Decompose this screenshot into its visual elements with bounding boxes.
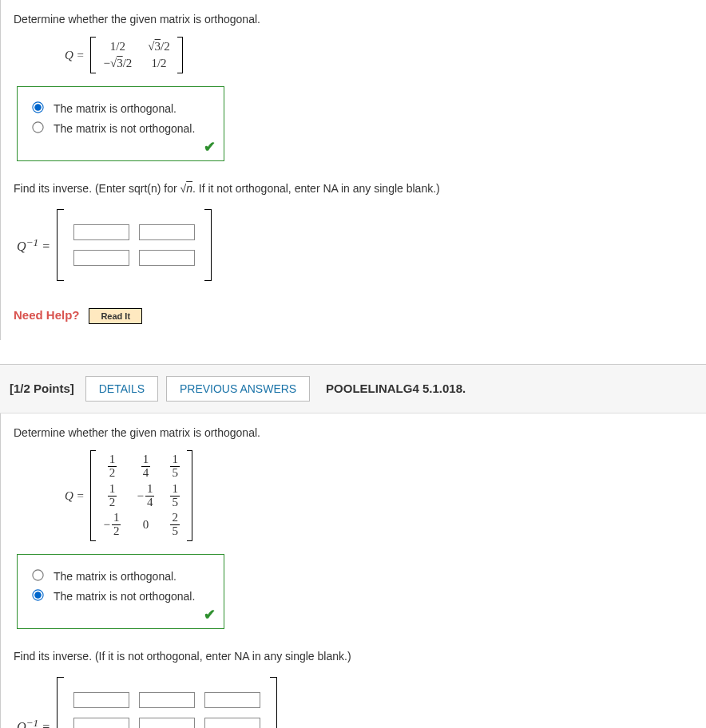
- q2-radio-not-orthogonal[interactable]: [32, 589, 43, 600]
- q2-inverse: Q−1 =: [17, 677, 706, 728]
- need-help-label: Need Help?: [14, 308, 80, 322]
- q2-m-2-0: −12: [95, 510, 129, 540]
- check-icon: ✔: [204, 138, 216, 156]
- q1-choice-b: The matrix is not orthogonal.: [54, 122, 195, 135]
- q2-choice-b: The matrix is not orthogonal.: [54, 590, 195, 603]
- question-1: Determine whether the given matrix is or…: [0, 0, 706, 340]
- q1-choice-a: The matrix is orthogonal.: [54, 102, 176, 115]
- q2-m-2-1: 0: [129, 510, 162, 540]
- question-header: [1/2 Points] DETAILS PREVIOUS ANSWERS PO…: [0, 364, 706, 413]
- q2-inv-1-2[interactable]: [204, 718, 260, 728]
- q2-sub-prompt: Find its inverse. (If it is not orthogon…: [14, 650, 706, 663]
- read-it-button[interactable]: Read It: [89, 308, 142, 324]
- q1-inv-0-1[interactable]: [139, 224, 195, 240]
- q1-m-0-0: 1/2: [95, 38, 140, 55]
- q1-matrix: Q = 1/2 √3/2 −√3/2 1/2: [65, 37, 706, 73]
- q2-m-0-1: 14: [129, 452, 162, 481]
- q2-m-0-2: 15: [162, 452, 188, 481]
- q2-m-2-2: 25: [162, 510, 188, 540]
- q1-radio-orthogonal[interactable]: [32, 101, 43, 113]
- q1-inverse: Q−1 =: [17, 209, 706, 281]
- previous-answers-button[interactable]: PREVIOUS ANSWERS: [166, 376, 310, 402]
- q1-radio-not-orthogonal[interactable]: [32, 121, 43, 133]
- q1-m-0-1: √3/2: [140, 38, 177, 55]
- q2-inverse-label: Q−1 =: [17, 717, 50, 728]
- q2-prompt: Determine whether the given matrix is or…: [14, 426, 706, 439]
- q1-m-1-0: −√3/2: [95, 55, 140, 72]
- q2-m-0-0: 12: [95, 452, 129, 481]
- q2-m-1-1: −14: [129, 481, 162, 511]
- q2-matrix-label: Q =: [65, 489, 85, 502]
- q2-inv-0-1[interactable]: [139, 692, 195, 708]
- q1-m-1-1: 1/2: [140, 55, 177, 72]
- q2-inv-0-2[interactable]: [204, 692, 260, 708]
- points-label: [1/2 Points]: [10, 382, 74, 395]
- q2-m-1-2: 15: [162, 481, 188, 511]
- q1-inv-0-0[interactable]: [73, 224, 129, 240]
- q1-inv-1-1[interactable]: [139, 250, 195, 266]
- q2-radio-orthogonal[interactable]: [32, 569, 43, 580]
- q1-prompt: Determine whether the given matrix is or…: [14, 13, 706, 26]
- q2-inv-0-0[interactable]: [73, 692, 129, 708]
- q2-matrix: Q = 12 14 15 12 −14 15 −12 0 25: [65, 450, 706, 541]
- q2-inv-1-1[interactable]: [139, 718, 195, 728]
- q1-matrix-label: Q =: [65, 49, 85, 61]
- q2-choice-box: The matrix is orthogonal. The matrix is …: [17, 554, 224, 629]
- q1-choice-box: The matrix is orthogonal. The matrix is …: [17, 86, 224, 161]
- need-help-row: Need Help? Read It: [14, 308, 706, 324]
- q1-inverse-label: Q−1 =: [17, 236, 50, 254]
- details-button[interactable]: DETAILS: [85, 376, 158, 402]
- q1-sub-prompt: Find its inverse. (Enter sqrt(n) for √n.…: [14, 182, 706, 195]
- check-icon: ✔: [204, 606, 216, 623]
- q2-inv-1-0[interactable]: [73, 718, 129, 728]
- source-label: POOLELINALG4 5.1.018.: [326, 382, 466, 395]
- q2-m-1-0: 12: [95, 481, 129, 511]
- question-2: Determine whether the given matrix is or…: [0, 413, 706, 728]
- q1-inv-1-0[interactable]: [73, 250, 129, 266]
- q2-choice-a: The matrix is orthogonal.: [54, 570, 176, 583]
